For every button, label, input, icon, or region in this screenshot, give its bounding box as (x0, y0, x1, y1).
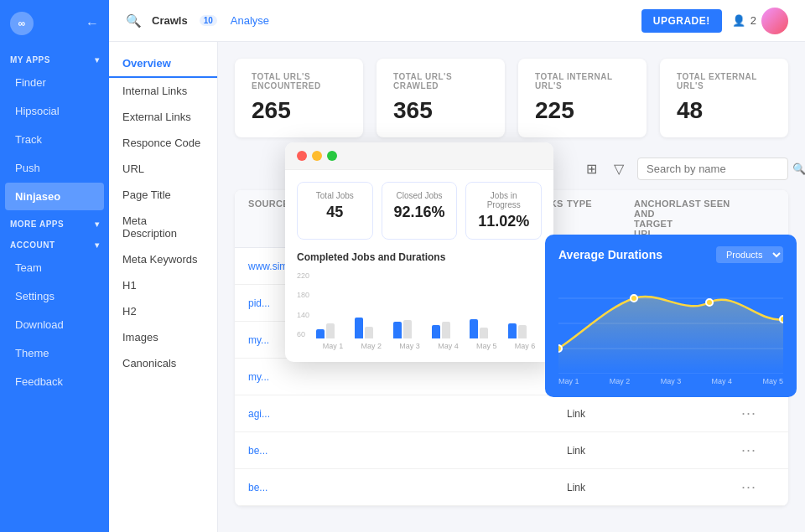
bar-blue (355, 318, 363, 338)
left-nav-item-11[interactable]: Canonicals (109, 350, 217, 376)
avatar (761, 8, 788, 34)
left-nav-item-8[interactable]: H1 (109, 272, 217, 298)
source-cell[interactable]: be... (248, 482, 399, 493)
user-menu[interactable]: 👤 2 (732, 8, 788, 34)
crawls-label: Crawls (152, 14, 188, 27)
chart-y-axis: 220 180 140 60 (297, 271, 309, 338)
stat-card: TOTAL URL'S CRAWLED 365 (377, 59, 505, 137)
more-options-button[interactable]: ··· (741, 405, 775, 422)
source-cell[interactable]: agi... (248, 408, 399, 420)
modal-stats: Total Jobs 45 Closed Jobs 92.16% Jobs in… (297, 182, 542, 240)
bar-label: May 2 (355, 342, 388, 350)
left-nav-item-0[interactable]: Overview (109, 50, 217, 78)
type-cell: Link (567, 445, 634, 457)
content-area: OverviewInternal LinksExternal LinksResp… (109, 42, 805, 532)
bar-blue (470, 319, 478, 338)
type-cell: Link (567, 482, 634, 493)
minimize-dot (312, 151, 322, 161)
bar-group (393, 320, 427, 338)
source-cell[interactable]: my... (248, 371, 399, 383)
left-nav-item-4[interactable]: URL (109, 156, 217, 182)
sidebar: ∞ ← MY APPS▾FinderHipsocialTrackPushNinj… (0, 0, 109, 532)
search-icon-sm: 🔍 (792, 163, 805, 175)
back-button[interactable]: ← (86, 16, 99, 31)
table-row: be... Link ··· (235, 469, 788, 506)
close-dot (297, 151, 307, 161)
modal-stat-card: Total Jobs 45 (297, 182, 373, 240)
user-icon: 👤 (732, 14, 745, 27)
chart-x-labels: May 1 May 2 May 3 May 4 May 5 (558, 377, 783, 385)
stat-value: 48 (677, 97, 771, 124)
modal-stat-card: Closed Jobs 92.16% (382, 182, 458, 240)
left-nav: OverviewInternal LinksExternal LinksResp… (109, 42, 218, 532)
sidebar-item-track[interactable]: Track (5, 126, 104, 153)
upgrade-button[interactable]: UPGRADE! (641, 9, 722, 33)
sidebar-item-settings[interactable]: Settings (5, 282, 104, 310)
table-row: agi... Link ··· (235, 395, 788, 432)
bar-blue (508, 323, 517, 338)
filter-button[interactable]: ▽ (610, 158, 627, 180)
modal-chart-title: Completed Jobs and Durations (297, 251, 542, 263)
sidebar-section-label: MORE APPS▾ (0, 211, 109, 232)
sidebar-item-ninjaseo[interactable]: Ninjaseo (5, 183, 104, 210)
expand-dot (327, 151, 337, 161)
analyse-tab[interactable]: Analyse (231, 14, 269, 27)
stat-value: 365 (393, 97, 488, 124)
stat-card: TOTAL URL'S ENCOUNTERED 265 (235, 59, 363, 137)
bar-group (508, 323, 542, 338)
more-options-button[interactable]: ··· (741, 478, 775, 496)
columns-button[interactable]: ⊞ (583, 158, 600, 180)
bar-label: May 3 (393, 342, 427, 350)
more-options-button[interactable]: ··· (741, 442, 775, 459)
left-nav-item-9[interactable]: H2 (109, 298, 217, 324)
user-count: 2 (750, 14, 756, 27)
left-nav-item-3[interactable]: Responce Code (109, 130, 217, 156)
bar-group (470, 319, 503, 338)
avg-durations-chart: Average Durations Products (545, 235, 797, 397)
page-content: TOTAL URL'S ENCOUNTERED 265 TOTAL URL'S … (218, 42, 805, 532)
svg-point-6 (706, 299, 713, 306)
stat-card: TOTAL INTERNAL URL'S 225 (518, 59, 647, 137)
sidebar-header: ∞ ← (0, 0, 109, 47)
search-box: 🔍 (637, 158, 788, 180)
stat-label: TOTAL URL'S CRAWLED (393, 72, 488, 90)
stat-label: TOTAL INTERNAL URL'S (535, 72, 630, 90)
jobs-modal: Total Jobs 45 Closed Jobs 92.16% Jobs in… (285, 142, 553, 362)
left-nav-item-2[interactable]: External Links (109, 104, 217, 130)
sidebar-item-finder[interactable]: Finder (5, 69, 104, 96)
bar-blue (393, 322, 402, 338)
left-nav-item-10[interactable]: Images (109, 324, 217, 350)
stat-card: TOTAL EXTERNAL URL'S 48 (660, 59, 788, 137)
search-input[interactable] (647, 163, 787, 175)
left-nav-item-5[interactable]: Page Title (109, 182, 217, 208)
stat-label: TOTAL URL'S ENCOUNTERED (252, 72, 346, 90)
bar-gray (403, 320, 412, 338)
svg-point-5 (631, 295, 637, 302)
bar-label: May 5 (470, 342, 503, 350)
source-cell[interactable]: be... (248, 445, 399, 457)
type-cell: Link (567, 408, 634, 420)
chart-product-select[interactable]: Products (716, 246, 783, 263)
sidebar-item-download[interactable]: Download (5, 311, 104, 338)
sidebar-item-hipsocial[interactable]: Hipsocial (5, 97, 104, 125)
svg-point-4 (558, 345, 562, 352)
left-nav-item-1[interactable]: Internal Links (109, 78, 217, 104)
left-nav-item-7[interactable]: Meta Keywords (109, 246, 217, 272)
bar-blue (432, 325, 440, 338)
sidebar-item-feedback[interactable]: Feedback (5, 368, 104, 395)
sidebar-item-team[interactable]: Team (5, 254, 104, 281)
bar-gray (518, 325, 527, 338)
bar-labels: May 1May 2May 3May 4May 5May 6 (316, 342, 542, 350)
chart-header: Average Durations Products (558, 246, 783, 263)
table-row: be... Link ··· (235, 432, 788, 469)
bar-gray (442, 322, 450, 338)
sidebar-item-push[interactable]: Push (5, 154, 104, 182)
sidebar-item-theme[interactable]: Theme (5, 339, 104, 367)
crawls-count: 10 (200, 15, 217, 26)
stat-value: 265 (252, 97, 346, 124)
bar-gray (326, 323, 335, 338)
left-nav-item-6[interactable]: Meta Description (109, 208, 217, 246)
bar-blue (316, 329, 325, 338)
topbar: 🔍 Crawls 10 Analyse UPGRADE! 👤 2 (109, 0, 805, 42)
main-area: 🔍 Crawls 10 Analyse UPGRADE! 👤 2 Overvie… (109, 0, 805, 532)
